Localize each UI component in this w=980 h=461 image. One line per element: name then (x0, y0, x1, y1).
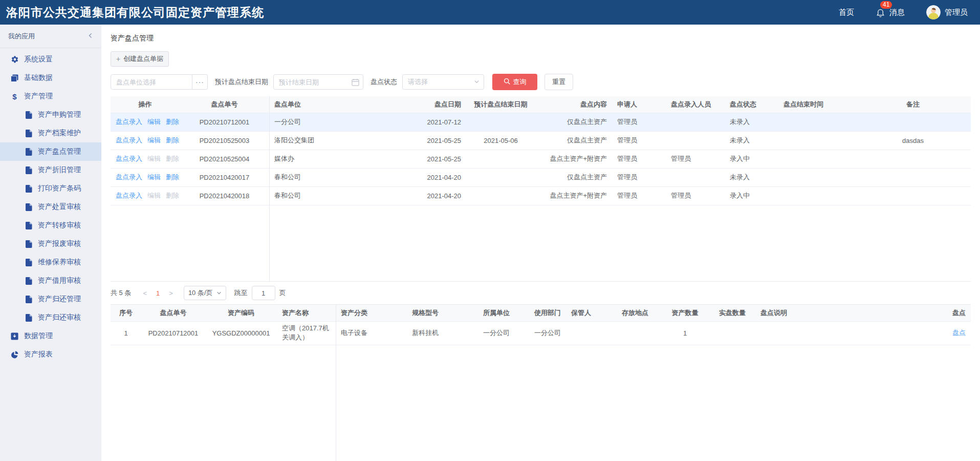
column-header: 盘点内容 (535, 96, 612, 113)
category-cell: 电子设备 (336, 321, 392, 345)
sidebar-item-label: 数据管理 (24, 331, 53, 341)
pie-chart-icon (10, 351, 19, 359)
table-row[interactable]: 1 PD20210712001 YGSGDZ00000001 空调（2017.7… (111, 321, 971, 345)
sidebar-item-asset-depreciation[interactable]: 资产折旧管理 (0, 161, 101, 179)
order-no-cell: PD20210712001 (180, 113, 269, 131)
content-cell: 仅盘点主资产 (535, 131, 612, 150)
delete-link-disabled: 删除 (166, 155, 179, 162)
table-row[interactable]: 盘点录入编辑删除 PD20210525003 洛阳公交集团 2021-05-25… (111, 131, 971, 150)
fixed-column-divider (336, 305, 336, 461)
table-row[interactable]: 盘点录入编辑删除 PD20210420017 春和公司 2021-04-20 仅… (111, 168, 971, 186)
column-header: 保管人 (566, 305, 609, 321)
model-cell: 新科挂机 (392, 321, 459, 345)
expected-end-cell: 2021-05-06 (466, 131, 535, 150)
column-header: 资产数量 (661, 305, 709, 321)
search-button-label: 查询 (513, 77, 527, 87)
unit-cell: 一分公司 (269, 113, 364, 131)
inventory-status-select[interactable]: 请选择 (402, 74, 484, 90)
status-cell: 未录入 (725, 113, 778, 131)
pagination-bar: 共 5 条 < 1 > 10 条/页 跳至 页 (111, 282, 971, 304)
content-cell: 盘点主资产+附资产 (535, 150, 612, 168)
file-icon (25, 240, 33, 248)
edit-link[interactable]: 编辑 (147, 136, 161, 144)
table-row[interactable]: 盘点录入编辑删除 PD20210420018 春和公司 2021-04-20 盘… (111, 186, 971, 205)
status-cell: 录入中 (725, 186, 778, 205)
page-size-value: 10 条/页 (188, 288, 213, 298)
reset-button[interactable]: 重置 (545, 74, 573, 90)
sidebar-item-asset-borrow-review[interactable]: 资产借用审核 (0, 271, 101, 290)
sidebar-header: 我的应用 (0, 25, 101, 48)
jump-to-label: 跳至 (234, 288, 248, 298)
column-header: 盘点单位 (269, 96, 364, 113)
sidebar-item-print-barcode[interactable]: 打印资产条码 (0, 179, 101, 198)
gear-icon (10, 55, 19, 64)
end-time-cell (778, 113, 855, 131)
edit-link[interactable]: 编辑 (147, 173, 161, 181)
entry-link[interactable]: 盘点录入 (116, 118, 142, 125)
file-icon (25, 259, 33, 266)
delete-link[interactable]: 删除 (166, 118, 179, 125)
sidebar: 我的应用 系统设置 基础数据 (0, 25, 101, 461)
column-header: 盘点 (943, 305, 971, 321)
entry-link[interactable]: 盘点录入 (116, 192, 142, 199)
create-inventory-button[interactable]: + 创建盘点单据 (111, 51, 169, 67)
remark-cell (855, 113, 971, 131)
sidebar-item-maintenance-review[interactable]: 维修保养审核 (0, 253, 101, 271)
nav-home[interactable]: 首页 (839, 8, 854, 17)
nav-user[interactable]: 管理员 (926, 5, 968, 19)
sidebar-item-asset-disposal-review[interactable]: 资产处置审核 (0, 198, 101, 216)
inventory-count-link[interactable]: 盘点 (952, 329, 966, 337)
asset-code-cell: YGSGDZ00000001 (205, 321, 277, 345)
sidebar-item-asset-archive[interactable]: 资产档案维护 (0, 124, 101, 142)
entry-link[interactable]: 盘点录入 (116, 136, 142, 144)
table-row[interactable]: 盘点录入编辑删除 PD20210712001 一分公司 2021-07-12 仅… (111, 113, 971, 131)
search-button[interactable]: 查询 (492, 74, 537, 90)
dollar-icon: $ (10, 92, 19, 101)
sidebar-item-system-settings[interactable]: 系统设置 (0, 50, 101, 69)
column-header: 盘点单号 (180, 96, 269, 113)
sidebar-item-asset-reports[interactable]: 资产报表 (0, 345, 101, 364)
sidebar-item-asset-transfer-review[interactable]: 资产转移审核 (0, 216, 101, 235)
sidebar-collapse-icon[interactable] (88, 32, 93, 40)
sidebar-item-asset-return-management[interactable]: 资产归还管理 (0, 290, 101, 308)
column-header: 所属单位 (459, 305, 515, 321)
sidebar-item-label: 资产盘点管理 (38, 147, 81, 156)
unit-picker-more-button[interactable]: ··· (192, 74, 208, 90)
column-header: 盘点说明 (755, 305, 943, 321)
entry-link[interactable]: 盘点录入 (116, 155, 142, 162)
date-cell: 2021-04-20 (364, 168, 466, 186)
file-icon (25, 130, 33, 137)
nav-messages[interactable]: 41 消息 (876, 7, 905, 18)
expected-end-cell (466, 150, 535, 168)
end-time-cell (778, 168, 855, 186)
sidebar-item-asset-scrap-review[interactable]: 资产报废审核 (0, 235, 101, 253)
delete-link[interactable]: 删除 (166, 173, 179, 181)
prev-page-button[interactable]: < (138, 289, 151, 297)
inventory-unit-input[interactable] (111, 74, 192, 90)
entry-link[interactable]: 盘点录入 (116, 173, 142, 181)
page-number-1[interactable]: 1 (151, 289, 164, 297)
date-cell: 2021-05-25 (364, 131, 466, 150)
sidebar-item-data-management[interactable]: 数据管理 (0, 327, 101, 345)
end-time-cell (778, 150, 855, 168)
page-size-select[interactable]: 10 条/页 (184, 286, 226, 300)
column-header: 序号 (111, 305, 141, 321)
app-window: 洛阳市公共交通集团有限公司固定资产管理系统 首页 41 消息 (0, 0, 980, 461)
entry-person-cell: 管理员 (666, 150, 725, 168)
main-content: 资产盘点管理 + 创建盘点单据 ··· 预计盘点结束日期 盘点状态 (101, 25, 980, 461)
sidebar-item-asset-management[interactable]: $ 资产管理 (0, 87, 101, 106)
remark-cell (855, 186, 971, 205)
sidebar-item-label: 打印资产条码 (38, 184, 81, 193)
sidebar-item-asset-return-review[interactable]: 资产归还审核 (0, 308, 101, 327)
edit-link[interactable]: 编辑 (147, 118, 161, 125)
delete-link[interactable]: 删除 (166, 136, 179, 144)
expected-end-date-input[interactable] (273, 74, 363, 90)
column-header: 资产编码 (205, 305, 277, 321)
table-row[interactable]: 盘点录入编辑删除 PD20210525004 媒体办 2021-05-25 盘点… (111, 150, 971, 168)
sidebar-item-asset-purchase[interactable]: 资产申购管理 (0, 106, 101, 124)
next-page-button[interactable]: > (164, 289, 178, 297)
sidebar-item-base-data[interactable]: 基础数据 (0, 69, 101, 87)
sidebar-item-label: 资产处置审核 (38, 202, 81, 212)
sidebar-item-asset-inventory[interactable]: 资产盘点管理 (0, 142, 101, 161)
jump-to-page-input[interactable] (252, 286, 275, 300)
